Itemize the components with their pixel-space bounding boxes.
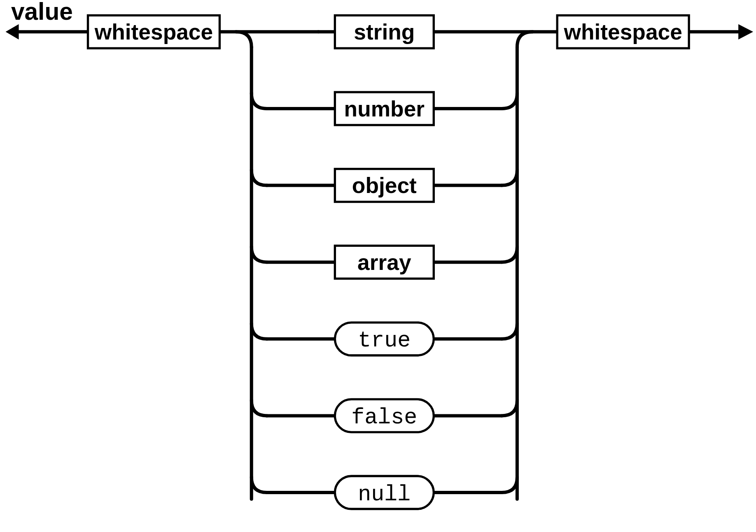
node-label: null: [358, 482, 411, 507]
node-alt-null: null: [335, 476, 434, 509]
node-alt-object: object: [335, 169, 434, 202]
node-alt-number: number: [335, 92, 434, 125]
node-alt-false: false: [335, 399, 434, 432]
node-label: array: [357, 250, 411, 274]
node-alt-string: string: [335, 15, 434, 48]
node-label: whitespace: [564, 20, 682, 44]
end-arrow-icon: [738, 24, 753, 39]
node-label: object: [352, 173, 417, 197]
rule-title: value: [11, 0, 73, 25]
node-alt-true: true: [335, 323, 434, 355]
node-label: string: [354, 20, 415, 44]
node-label: whitespace: [94, 20, 213, 44]
start-arrow-icon: [6, 24, 19, 39]
node-trailing-whitespace: whitespace: [557, 15, 689, 48]
node-label: number: [344, 97, 425, 121]
node-label: true: [358, 328, 411, 353]
node-label: false: [351, 405, 417, 430]
railroad-diagram: value: [0, 0, 756, 532]
node-leading-whitespace: whitespace: [88, 15, 220, 48]
node-alt-array: array: [335, 246, 434, 279]
